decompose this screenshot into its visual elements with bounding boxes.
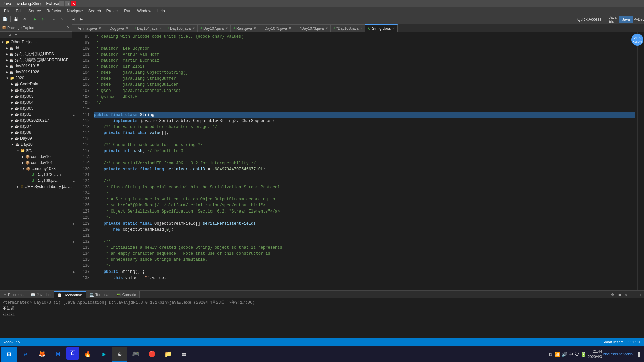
debug-button[interactable]: ▶ [32, 16, 39, 23]
pydev-button[interactable]: PyDev [635, 16, 643, 23]
menu-file[interactable]: File [1, 8, 13, 14]
tree-dd[interactable]: ▶☕ dd [0, 45, 72, 51]
taskbar-ie[interactable]: e [18, 347, 34, 362]
tree-day005[interactable]: ▶☕ day005 [0, 105, 72, 111]
sys-input[interactable]: 中 [569, 351, 573, 357]
taskbar-baidu[interactable]: 百 [66, 347, 79, 360]
tab-animal-java[interactable]: JAnimal.java× [72, 24, 104, 32]
tab-console[interactable]: 📟Console [113, 291, 140, 298]
window-controls[interactable]: — □ ✕ [59, 1, 76, 6]
fold-129[interactable]: ▶ [72, 221, 76, 227]
forward-button[interactable]: ▶ [78, 16, 85, 23]
tree-com-day10[interactable]: ▶📦 com.day10 [0, 154, 72, 160]
sys-battery[interactable]: 🔋 [581, 352, 586, 357]
tree-day002[interactable]: ▶☕ day002 [0, 87, 72, 93]
tab-javadoc[interactable]: 📖Javadoc [27, 291, 54, 298]
sys-volume[interactable]: 🔊 [561, 352, 567, 357]
tree-hdfs[interactable]: ▶☕ 分布式文件系统HDFS [0, 51, 72, 57]
menu-edit[interactable]: Edit [13, 8, 25, 14]
menu-window[interactable]: Window [134, 8, 154, 14]
console-settings-btn[interactable]: ⚙ [623, 292, 629, 298]
pe-collapse-all[interactable]: ⊟ [1, 32, 7, 38]
taskbar-firefox-blue[interactable]: 🦊 [34, 347, 50, 362]
tab-string-class[interactable]: CString.class× [365, 24, 398, 32]
tree-com-day1073[interactable]: ▼📦 com.day1073 [0, 166, 72, 172]
taskbar-eclipse[interactable]: ☯ [112, 347, 127, 362]
tree-jre-system-lib[interactable]: ▶🏛 JRE System Library [JavaSE-1.8] [0, 184, 72, 190]
run-button[interactable]: ▷ [40, 16, 47, 23]
tab-day1073-java-modified[interactable]: J*Day1073.java× [294, 24, 331, 32]
fold-111[interactable]: ▶ [72, 112, 76, 118]
minimize-button[interactable]: — [59, 1, 64, 6]
tree-day07[interactable]: ▶☕ day07 [0, 123, 72, 129]
pe-link-editor[interactable]: ⇌ [7, 32, 13, 38]
tree-other-projects[interactable]: ▼📁 Other Projects [0, 39, 72, 45]
tab-terminal[interactable]: 💻Terminal [86, 291, 113, 298]
tree-day08[interactable]: ▶☕ day08 [0, 129, 72, 135]
maximize-button[interactable]: □ [65, 1, 70, 6]
taskbar-chrome[interactable]: 🔴 [144, 347, 160, 362]
menu-run[interactable]: Run [121, 8, 134, 14]
tree-src[interactable]: ▼📂 src [0, 147, 72, 154]
console-stop-btn[interactable]: ⏹ [616, 292, 623, 298]
blog-link[interactable]: blog.csdn.net/goldb... [603, 352, 635, 356]
tree-day0620200217[interactable]: ▶☕ day0620200217 [0, 117, 72, 123]
java-button[interactable]: Java [619, 16, 633, 23]
undo-button[interactable]: ↩ [51, 16, 58, 23]
tree-mapreduce[interactable]: ▶☕ 分布式编程框架MAPREDUCE [0, 57, 72, 63]
save-button[interactable]: 💾 [12, 16, 20, 23]
taskbar-files[interactable]: 📁 [160, 347, 176, 362]
console-clear-btn[interactable]: 🗑 [610, 292, 616, 298]
new-button[interactable]: 📄 [1, 16, 9, 23]
tree-com-day101[interactable]: ▶📦 com.day101 [0, 160, 72, 166]
console-maximize-btn[interactable]: □ [637, 292, 643, 298]
tree-day004[interactable]: ▶☕ day004 [0, 99, 72, 105]
tab-dog-java[interactable]: JDog.java× [104, 24, 131, 32]
menu-help[interactable]: Help [154, 8, 168, 14]
tab-day105-java[interactable]: JDay105.java× [164, 24, 198, 32]
tree-day108-java[interactable]: ▶J Day108.java [0, 178, 72, 184]
tab-rain-java[interactable]: JRain.java× [231, 24, 259, 32]
code-content[interactable]: * dealing with Unicode code units (i.e.,… [91, 32, 637, 290]
sys-network[interactable]: 📶 [554, 352, 560, 357]
tab-day108-java-modified[interactable]: J*Day108.java× [331, 24, 365, 32]
tab-problems[interactable]: ⚠Problems [0, 291, 27, 298]
close-button[interactable]: ✕ [71, 1, 76, 6]
tab-day1073-java[interactable]: JDay1073.java× [259, 24, 294, 32]
taskbar-clock[interactable]: 21:44 2020/4/3 [588, 349, 602, 359]
taskbar-360[interactable]: ◉ [96, 347, 111, 362]
tab-declaration[interactable]: 📋Declaration [54, 291, 86, 298]
taskbar-terminal[interactable]: ▦ [176, 347, 192, 362]
back-button[interactable]: ◀ [70, 16, 77, 23]
menu-search[interactable]: Search [86, 8, 104, 14]
sys-show-desktop[interactable]: 🖥 [548, 352, 553, 357]
taskbar-firefox-red[interactable]: 🔥 [80, 347, 95, 362]
tree-day1073-java[interactable]: ▶J Day1073.java [0, 172, 72, 178]
save-all-button[interactable]: 🗂 [20, 16, 28, 23]
tree-day09[interactable]: ▶☕ Day09 [0, 135, 72, 141]
menu-project[interactable]: Project [104, 8, 121, 14]
menu-source[interactable]: Source [25, 8, 44, 14]
menu-navigate[interactable]: Navigate [64, 8, 85, 14]
tree-day20191015[interactable]: ▶☕ day20191015 [0, 63, 72, 69]
tab-day104-java[interactable]: JDay104.java× [131, 24, 164, 32]
taskbar-game[interactable]: 🎮 [128, 347, 144, 362]
java-ee-button[interactable]: Java EE [609, 16, 616, 23]
sys-security[interactable]: 🛡 [575, 352, 579, 357]
tree-day10[interactable]: ▼☕ Day10 [0, 141, 72, 147]
tree-2020[interactable]: ▼📁 2020 [0, 75, 72, 81]
fold-122[interactable]: ▶ [72, 178, 76, 184]
redo-button[interactable]: ↪ [59, 16, 66, 23]
tree-day20191026[interactable]: ▶☕ day20191026 [0, 69, 72, 75]
start-button[interactable]: ⊞ [1, 347, 17, 362]
console-minimize-btn[interactable]: — [630, 292, 636, 298]
tree-day01[interactable]: ▶☕ day01 [0, 111, 72, 117]
menu-refactor[interactable]: Refactor [44, 8, 64, 14]
fold-137[interactable]: ▶ [72, 269, 76, 275]
tab-day107-java[interactable]: JDay107.java× [198, 24, 231, 32]
show-desktop-btn[interactable]: ▐ [637, 352, 640, 357]
pe-menu[interactable]: ▼ [13, 32, 19, 38]
tree-coderain[interactable]: ▶☕ CodeRain [0, 81, 72, 87]
pe-close-icon[interactable]: ✕ [67, 25, 70, 30]
taskbar-maxthon[interactable]: M [50, 347, 66, 362]
